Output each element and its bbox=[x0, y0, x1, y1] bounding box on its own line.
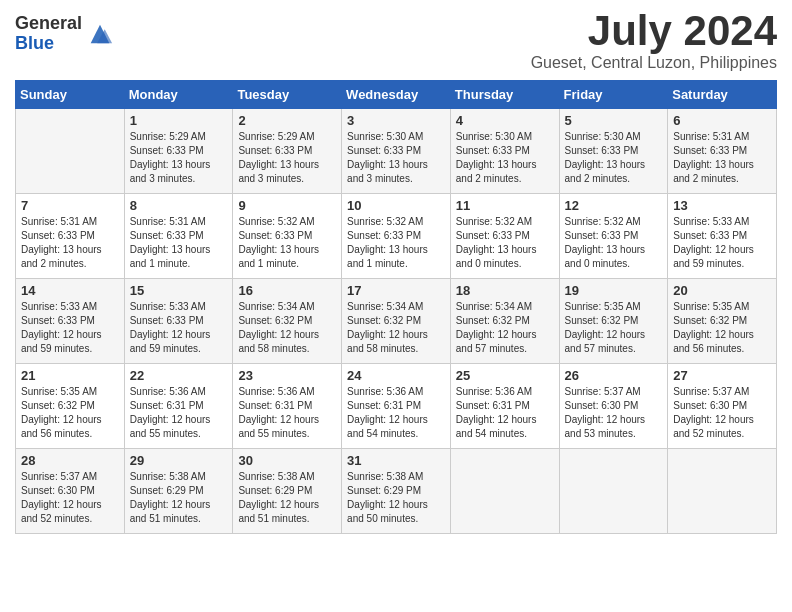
calendar-cell: 3Sunrise: 5:30 AM Sunset: 6:33 PM Daylig… bbox=[342, 109, 451, 194]
day-number: 28 bbox=[21, 453, 119, 468]
day-info: Sunrise: 5:31 AM Sunset: 6:33 PM Dayligh… bbox=[673, 130, 771, 186]
calendar-cell: 22Sunrise: 5:36 AM Sunset: 6:31 PM Dayli… bbox=[124, 364, 233, 449]
day-number: 1 bbox=[130, 113, 228, 128]
day-number: 7 bbox=[21, 198, 119, 213]
calendar-cell: 16Sunrise: 5:34 AM Sunset: 6:32 PM Dayli… bbox=[233, 279, 342, 364]
calendar-cell: 13Sunrise: 5:33 AM Sunset: 6:33 PM Dayli… bbox=[668, 194, 777, 279]
day-number: 11 bbox=[456, 198, 554, 213]
day-number: 20 bbox=[673, 283, 771, 298]
day-info: Sunrise: 5:30 AM Sunset: 6:33 PM Dayligh… bbox=[456, 130, 554, 186]
header-sunday: Sunday bbox=[16, 81, 125, 109]
calendar-cell bbox=[450, 449, 559, 534]
calendar-week-row: 1Sunrise: 5:29 AM Sunset: 6:33 PM Daylig… bbox=[16, 109, 777, 194]
day-number: 24 bbox=[347, 368, 445, 383]
logo-general-text: General bbox=[15, 14, 82, 34]
calendar-cell: 26Sunrise: 5:37 AM Sunset: 6:30 PM Dayli… bbox=[559, 364, 668, 449]
calendar-week-row: 14Sunrise: 5:33 AM Sunset: 6:33 PM Dayli… bbox=[16, 279, 777, 364]
day-number: 27 bbox=[673, 368, 771, 383]
title-area: July 2024 Gueset, Central Luzon, Philipp… bbox=[531, 10, 777, 72]
day-info: Sunrise: 5:32 AM Sunset: 6:33 PM Dayligh… bbox=[456, 215, 554, 271]
calendar-cell: 25Sunrise: 5:36 AM Sunset: 6:31 PM Dayli… bbox=[450, 364, 559, 449]
calendar-cell: 7Sunrise: 5:31 AM Sunset: 6:33 PM Daylig… bbox=[16, 194, 125, 279]
calendar-cell: 15Sunrise: 5:33 AM Sunset: 6:33 PM Dayli… bbox=[124, 279, 233, 364]
day-number: 15 bbox=[130, 283, 228, 298]
day-info: Sunrise: 5:34 AM Sunset: 6:32 PM Dayligh… bbox=[456, 300, 554, 356]
calendar-cell: 2Sunrise: 5:29 AM Sunset: 6:33 PM Daylig… bbox=[233, 109, 342, 194]
calendar-cell: 14Sunrise: 5:33 AM Sunset: 6:33 PM Dayli… bbox=[16, 279, 125, 364]
day-info: Sunrise: 5:35 AM Sunset: 6:32 PM Dayligh… bbox=[673, 300, 771, 356]
calendar-cell: 19Sunrise: 5:35 AM Sunset: 6:32 PM Dayli… bbox=[559, 279, 668, 364]
day-number: 14 bbox=[21, 283, 119, 298]
calendar-cell: 24Sunrise: 5:36 AM Sunset: 6:31 PM Dayli… bbox=[342, 364, 451, 449]
day-number: 23 bbox=[238, 368, 336, 383]
day-number: 13 bbox=[673, 198, 771, 213]
header-thursday: Thursday bbox=[450, 81, 559, 109]
day-number: 26 bbox=[565, 368, 663, 383]
day-info: Sunrise: 5:30 AM Sunset: 6:33 PM Dayligh… bbox=[565, 130, 663, 186]
day-info: Sunrise: 5:29 AM Sunset: 6:33 PM Dayligh… bbox=[238, 130, 336, 186]
day-info: Sunrise: 5:32 AM Sunset: 6:33 PM Dayligh… bbox=[238, 215, 336, 271]
calendar-cell: 1Sunrise: 5:29 AM Sunset: 6:33 PM Daylig… bbox=[124, 109, 233, 194]
header-saturday: Saturday bbox=[668, 81, 777, 109]
calendar-cell: 30Sunrise: 5:38 AM Sunset: 6:29 PM Dayli… bbox=[233, 449, 342, 534]
calendar-cell: 8Sunrise: 5:31 AM Sunset: 6:33 PM Daylig… bbox=[124, 194, 233, 279]
logo: General Blue bbox=[15, 14, 114, 54]
day-number: 22 bbox=[130, 368, 228, 383]
day-info: Sunrise: 5:35 AM Sunset: 6:32 PM Dayligh… bbox=[21, 385, 119, 441]
calendar-table: SundayMondayTuesdayWednesdayThursdayFrid… bbox=[15, 80, 777, 534]
day-number: 29 bbox=[130, 453, 228, 468]
day-info: Sunrise: 5:36 AM Sunset: 6:31 PM Dayligh… bbox=[238, 385, 336, 441]
day-number: 31 bbox=[347, 453, 445, 468]
day-number: 8 bbox=[130, 198, 228, 213]
header-wednesday: Wednesday bbox=[342, 81, 451, 109]
calendar-cell: 27Sunrise: 5:37 AM Sunset: 6:30 PM Dayli… bbox=[668, 364, 777, 449]
calendar-week-row: 21Sunrise: 5:35 AM Sunset: 6:32 PM Dayli… bbox=[16, 364, 777, 449]
calendar-cell: 29Sunrise: 5:38 AM Sunset: 6:29 PM Dayli… bbox=[124, 449, 233, 534]
day-number: 5 bbox=[565, 113, 663, 128]
calendar-cell: 9Sunrise: 5:32 AM Sunset: 6:33 PM Daylig… bbox=[233, 194, 342, 279]
day-number: 3 bbox=[347, 113, 445, 128]
header-tuesday: Tuesday bbox=[233, 81, 342, 109]
calendar-cell: 18Sunrise: 5:34 AM Sunset: 6:32 PM Dayli… bbox=[450, 279, 559, 364]
day-number: 4 bbox=[456, 113, 554, 128]
day-number: 19 bbox=[565, 283, 663, 298]
calendar-cell: 23Sunrise: 5:36 AM Sunset: 6:31 PM Dayli… bbox=[233, 364, 342, 449]
day-info: Sunrise: 5:38 AM Sunset: 6:29 PM Dayligh… bbox=[347, 470, 445, 526]
calendar-cell: 17Sunrise: 5:34 AM Sunset: 6:32 PM Dayli… bbox=[342, 279, 451, 364]
calendar-cell: 31Sunrise: 5:38 AM Sunset: 6:29 PM Dayli… bbox=[342, 449, 451, 534]
calendar-cell: 20Sunrise: 5:35 AM Sunset: 6:32 PM Dayli… bbox=[668, 279, 777, 364]
calendar-cell: 10Sunrise: 5:32 AM Sunset: 6:33 PM Dayli… bbox=[342, 194, 451, 279]
header-monday: Monday bbox=[124, 81, 233, 109]
calendar-cell: 4Sunrise: 5:30 AM Sunset: 6:33 PM Daylig… bbox=[450, 109, 559, 194]
calendar-cell: 11Sunrise: 5:32 AM Sunset: 6:33 PM Dayli… bbox=[450, 194, 559, 279]
day-number: 9 bbox=[238, 198, 336, 213]
day-info: Sunrise: 5:33 AM Sunset: 6:33 PM Dayligh… bbox=[673, 215, 771, 271]
logo-icon bbox=[86, 20, 114, 48]
calendar-cell: 12Sunrise: 5:32 AM Sunset: 6:33 PM Dayli… bbox=[559, 194, 668, 279]
month-title: July 2024 bbox=[531, 10, 777, 52]
day-info: Sunrise: 5:31 AM Sunset: 6:33 PM Dayligh… bbox=[21, 215, 119, 271]
day-number: 17 bbox=[347, 283, 445, 298]
day-info: Sunrise: 5:31 AM Sunset: 6:33 PM Dayligh… bbox=[130, 215, 228, 271]
calendar-cell: 5Sunrise: 5:30 AM Sunset: 6:33 PM Daylig… bbox=[559, 109, 668, 194]
day-number: 30 bbox=[238, 453, 336, 468]
location: Gueset, Central Luzon, Philippines bbox=[531, 54, 777, 72]
day-info: Sunrise: 5:33 AM Sunset: 6:33 PM Dayligh… bbox=[21, 300, 119, 356]
day-info: Sunrise: 5:36 AM Sunset: 6:31 PM Dayligh… bbox=[456, 385, 554, 441]
day-number: 16 bbox=[238, 283, 336, 298]
day-number: 12 bbox=[565, 198, 663, 213]
day-number: 6 bbox=[673, 113, 771, 128]
day-info: Sunrise: 5:29 AM Sunset: 6:33 PM Dayligh… bbox=[130, 130, 228, 186]
calendar-week-row: 7Sunrise: 5:31 AM Sunset: 6:33 PM Daylig… bbox=[16, 194, 777, 279]
day-info: Sunrise: 5:37 AM Sunset: 6:30 PM Dayligh… bbox=[565, 385, 663, 441]
day-info: Sunrise: 5:38 AM Sunset: 6:29 PM Dayligh… bbox=[130, 470, 228, 526]
day-number: 21 bbox=[21, 368, 119, 383]
day-info: Sunrise: 5:34 AM Sunset: 6:32 PM Dayligh… bbox=[238, 300, 336, 356]
day-info: Sunrise: 5:32 AM Sunset: 6:33 PM Dayligh… bbox=[565, 215, 663, 271]
page-header: General Blue July 2024 Gueset, Central L… bbox=[15, 10, 777, 72]
day-number: 18 bbox=[456, 283, 554, 298]
day-number: 25 bbox=[456, 368, 554, 383]
day-info: Sunrise: 5:37 AM Sunset: 6:30 PM Dayligh… bbox=[673, 385, 771, 441]
calendar-cell: 21Sunrise: 5:35 AM Sunset: 6:32 PM Dayli… bbox=[16, 364, 125, 449]
day-info: Sunrise: 5:33 AM Sunset: 6:33 PM Dayligh… bbox=[130, 300, 228, 356]
